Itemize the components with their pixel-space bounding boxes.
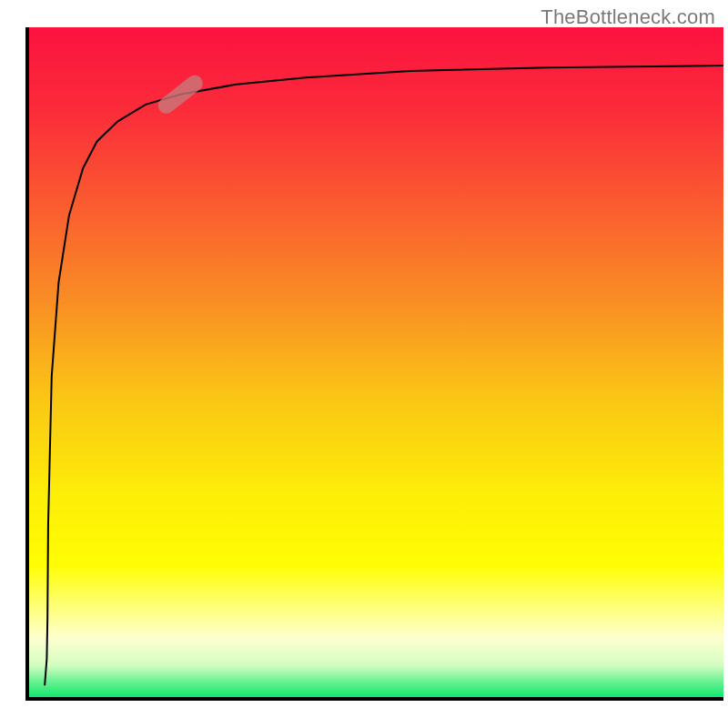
bottleneck-chart — [0, 0, 728, 728]
chart-container: TheBottleneck.com — [0, 0, 728, 728]
plot-background — [27, 27, 723, 699]
attribution-label: TheBottleneck.com — [541, 5, 715, 29]
